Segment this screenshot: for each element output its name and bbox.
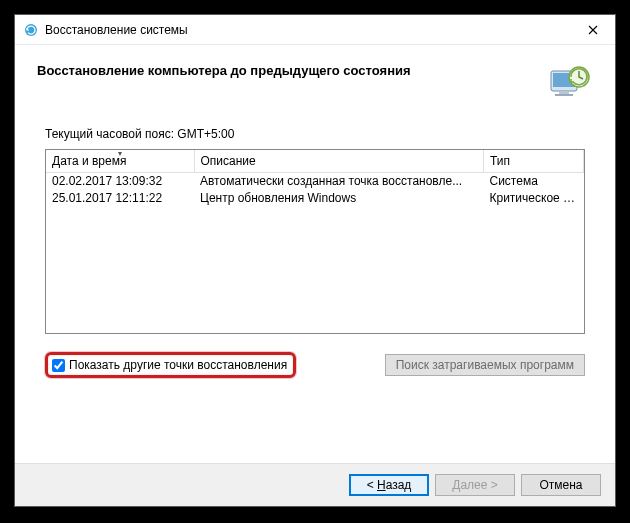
wizard-footer: < Назад Далее > Отмена <box>15 463 615 506</box>
svg-rect-4 <box>555 94 573 96</box>
restore-icon <box>545 61 593 109</box>
header: Восстановление компьютера до предыдущего… <box>15 45 615 117</box>
show-more-checkbox[interactable] <box>52 359 65 372</box>
titlebar: Восстановление системы <box>15 15 615 45</box>
column-header-type[interactable]: Тип <box>484 150 584 173</box>
show-more-highlight: Показать другие точки восстановления <box>45 352 296 378</box>
back-button[interactable]: < Назад <box>349 474 429 496</box>
app-icon <box>23 22 39 38</box>
table-row[interactable]: 25.01.2017 12:11:22 Центр обновления Win… <box>46 190 584 207</box>
next-button: Далее > <box>435 474 515 496</box>
body: Текущий часовой пояс: GMT+5:00 ▾ Дата и … <box>15 117 615 463</box>
cancel-button[interactable]: Отмена <box>521 474 601 496</box>
table-row[interactable]: 02.02.2017 13:09:32 Автоматически создан… <box>46 173 584 191</box>
page-heading: Восстановление компьютера до предыдущего… <box>37 61 535 78</box>
sort-desc-icon: ▾ <box>118 150 122 158</box>
show-more-label[interactable]: Показать другие точки восстановления <box>69 358 287 372</box>
scan-programs-button: Поиск затрагиваемых программ <box>385 354 585 376</box>
controls-row: Показать другие точки восстановления Пои… <box>45 352 585 378</box>
timezone-label: Текущий часовой пояс: GMT+5:00 <box>45 127 585 141</box>
system-restore-window: Восстановление системы Восстановление ко… <box>14 14 616 507</box>
column-header-description[interactable]: Описание <box>194 150 484 173</box>
window-title: Восстановление системы <box>45 23 570 37</box>
svg-rect-3 <box>559 91 569 94</box>
close-button[interactable] <box>570 15 615 45</box>
restore-points-table[interactable]: ▾ Дата и время Описание Тип 02.02.2017 1… <box>45 149 585 334</box>
column-header-date[interactable]: ▾ Дата и время <box>46 150 194 173</box>
